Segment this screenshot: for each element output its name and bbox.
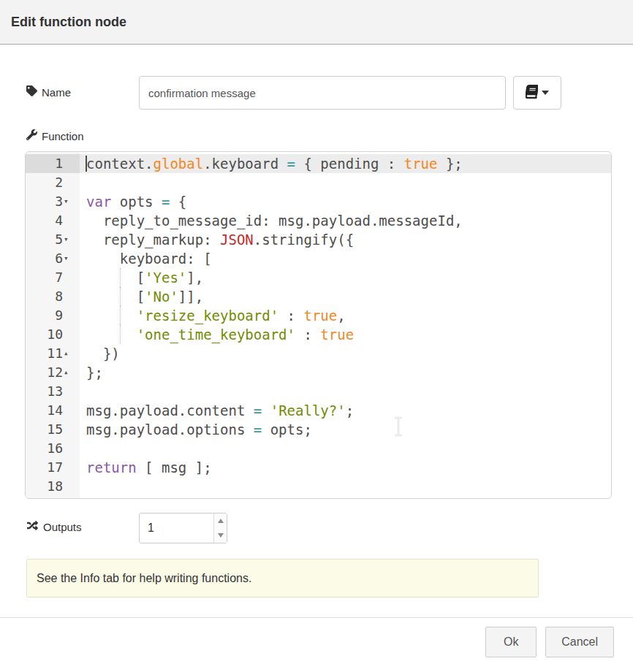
code-text[interactable]: reply_to_message_id: msg.payload.message…: [80, 211, 611, 230]
code-line-1[interactable]: 1context.global.keyboard = { pending : t…: [26, 154, 611, 173]
tag-icon: [26, 85, 37, 99]
caret-up-icon: [218, 519, 224, 523]
line-number: 8: [26, 287, 80, 306]
function-label: Function: [26, 129, 84, 142]
info-tip-text: See the Info tab for help writing functi…: [37, 572, 251, 585]
code-text[interactable]: context.global.keyboard = { pending : tr…: [80, 154, 611, 173]
code-line-10[interactable]: 10 'one_time_keyboard' : true: [26, 325, 611, 344]
dialog-header: Edit function node: [0, 0, 633, 45]
outputs-input[interactable]: [140, 513, 213, 543]
code-line-13[interactable]: 13: [26, 382, 611, 401]
button-tray: Ok Cancel: [485, 627, 614, 657]
footer-separator: [0, 617, 633, 618]
indent-guide: [120, 306, 121, 325]
indent-guide: [120, 325, 121, 344]
spinner-up-button[interactable]: [214, 513, 227, 528]
outputs-label: Outputs: [26, 520, 82, 533]
fold-up-icon[interactable]: ▴: [64, 363, 69, 382]
code-line-11[interactable]: 11▴ }): [26, 344, 611, 363]
code-line-5[interactable]: 5▾ reply_markup: JSON.stringify({: [26, 230, 611, 249]
code-text[interactable]: [80, 477, 611, 496]
spinner-down-button[interactable]: [214, 528, 227, 543]
code-line-4[interactable]: 4 reply_to_message_id: msg.payload.messa…: [26, 211, 611, 230]
name-input[interactable]: [139, 76, 506, 110]
line-number: 15: [26, 420, 80, 439]
line-number: 18: [26, 477, 80, 496]
code-text[interactable]: msg.payload.content = 'Really?';: [80, 401, 611, 420]
info-tip: See the Info tab for help writing functi…: [26, 559, 539, 597]
line-number: 12▴: [26, 363, 80, 382]
code-text[interactable]: keyboard: [: [80, 249, 611, 268]
text-caret: [86, 156, 87, 172]
line-number: 2: [26, 173, 80, 192]
fold-down-icon[interactable]: ▾: [64, 230, 69, 249]
code-text[interactable]: msg.payload.options = opts;: [80, 420, 611, 439]
name-label: Name: [26, 85, 71, 99]
code-text[interactable]: ['Yes'],: [80, 268, 611, 287]
name-label-text: Name: [42, 86, 71, 99]
code-text[interactable]: reply_markup: JSON.stringify({: [80, 230, 611, 249]
code-text[interactable]: }): [80, 344, 611, 363]
code-text[interactable]: var opts = {: [80, 192, 611, 211]
line-number: 14: [26, 401, 80, 420]
fold-down-icon[interactable]: ▾: [64, 192, 69, 211]
wrench-icon: [26, 129, 37, 142]
indent-guide: [120, 268, 121, 287]
line-number: 9: [26, 306, 80, 325]
code-line-3[interactable]: 3▾var opts = {: [26, 192, 611, 211]
code-line-6[interactable]: 6▾ keyboard: [: [26, 249, 611, 268]
outputs-label-text: Outputs: [43, 521, 82, 533]
library-button[interactable]: [513, 76, 561, 110]
code-editor-lines: 1context.global.keyboard = { pending : t…: [26, 154, 611, 496]
line-number: 16: [26, 439, 80, 458]
code-line-18[interactable]: 18: [26, 477, 611, 496]
line-number: 3▾: [26, 192, 80, 211]
line-number: 6▾: [26, 249, 80, 268]
ok-button[interactable]: Ok: [485, 627, 537, 657]
outputs-spinner: [139, 513, 227, 543]
code-line-14[interactable]: 14msg.payload.content = 'Really?';: [26, 401, 611, 420]
spinner-buttons: [213, 513, 227, 543]
code-line-7[interactable]: 7 ['Yes'],: [26, 268, 611, 287]
code-text[interactable]: };: [80, 363, 611, 382]
book-icon: [526, 85, 538, 102]
code-text[interactable]: ['No']],: [80, 287, 611, 306]
code-line-8[interactable]: 8 ['No']],: [26, 287, 611, 306]
code-text[interactable]: [80, 382, 611, 401]
code-editor[interactable]: 1context.global.keyboard = { pending : t…: [25, 151, 612, 499]
edit-function-dialog: { "dialog": { "title": "Edit function no…: [0, 0, 633, 672]
code-text[interactable]: 'one_time_keyboard' : true: [80, 325, 611, 344]
code-text[interactable]: return [ msg ];: [80, 458, 611, 477]
caret-down-icon: [218, 533, 224, 538]
fold-down-icon[interactable]: ▾: [64, 249, 69, 268]
caret-down-icon: [542, 91, 549, 95]
line-number: 13: [26, 382, 80, 401]
line-number: 7: [26, 268, 80, 287]
line-number: 4: [26, 211, 80, 230]
cancel-button[interactable]: Cancel: [545, 627, 614, 657]
code-line-15[interactable]: 15msg.payload.options = opts;: [26, 420, 611, 439]
code-text[interactable]: [80, 173, 611, 192]
dialog-title: Edit function node: [11, 15, 126, 30]
line-number: 5▾: [26, 230, 80, 249]
code-line-12[interactable]: 12▴};: [26, 363, 611, 382]
line-number: 10: [26, 325, 80, 344]
code-line-17[interactable]: 17return [ msg ];: [26, 458, 611, 477]
indent-guide: [120, 287, 121, 306]
shuffle-icon: [26, 520, 39, 533]
code-line-16[interactable]: 16: [26, 439, 611, 458]
code-line-2[interactable]: 2: [26, 173, 611, 192]
code-text[interactable]: [80, 439, 611, 458]
line-number: 1: [26, 154, 80, 173]
fold-up-icon[interactable]: ▴: [64, 344, 69, 363]
line-number: 17: [26, 458, 80, 477]
function-label-text: Function: [42, 130, 84, 142]
line-number: 11▴: [26, 344, 80, 363]
code-text[interactable]: 'resize_keyboard' : true,: [80, 306, 611, 325]
code-line-9[interactable]: 9 'resize_keyboard' : true,: [26, 306, 611, 325]
